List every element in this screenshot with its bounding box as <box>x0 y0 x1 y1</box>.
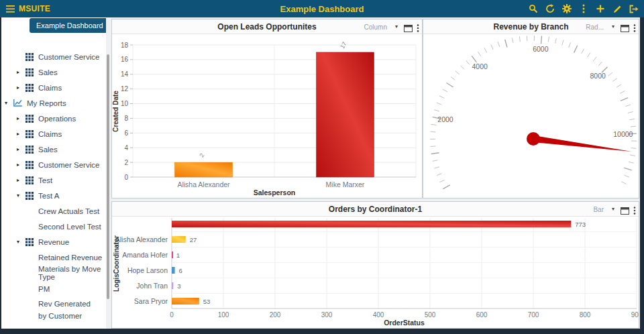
sidebar-item-sales[interactable]: ▸Sales <box>1 142 106 157</box>
panel-revenue-gauge: Revenue by Branch Rad... ▾ 2000400060008… <box>423 19 639 199</box>
chevron-down-icon[interactable]: ▾ <box>612 23 614 30</box>
sidebar-item-sales[interactable]: ▸Sales <box>1 64 106 80</box>
brand-label: MSUITE <box>19 4 50 13</box>
horizontal-bar[interactable] <box>172 252 173 258</box>
sidebar-item-test[interactable]: ▸Test <box>1 172 106 188</box>
y-tick-label: 0 <box>124 174 128 181</box>
sidebar-item-label: Crew Actuals Test <box>38 207 99 215</box>
caret-right-icon[interactable]: ▸ <box>17 177 25 183</box>
x-tick-label: 100 <box>218 311 229 319</box>
y-tick-label: 16 <box>121 56 129 63</box>
caret-down-icon[interactable]: ▾ <box>5 100 13 106</box>
sidebar-item-label: Sales <box>38 146 58 154</box>
sidebar-item-rev-generated-by-customer[interactable]: Rev Generated by Customer <box>1 296 106 325</box>
sidebar-item-pm[interactable]: PM <box>1 281 106 296</box>
y-axis-title: LogisCoordinator <box>113 235 120 292</box>
y-tick-label: 14 <box>121 70 129 78</box>
edit-icon[interactable] <box>612 5 622 13</box>
logout-icon[interactable] <box>629 5 639 13</box>
caret-right-icon[interactable]: ▸ <box>17 115 25 121</box>
chart-type-select[interactable]: Column <box>364 23 387 31</box>
report-grid-icon <box>25 115 34 123</box>
maximize-icon[interactable] <box>621 205 629 217</box>
y-tick-label: 4 <box>124 144 128 152</box>
report-grid-icon <box>25 68 34 76</box>
horizontal-bar[interactable] <box>172 298 199 304</box>
sidebar-item-customer-service[interactable]: ▸Customer Service <box>1 157 106 172</box>
y-tick-label: 6 <box>124 129 128 137</box>
caret-right-icon[interactable]: ▸ <box>17 69 25 75</box>
x-category-label: Alisha Alexander <box>177 180 230 188</box>
column-bar[interactable] <box>175 162 233 177</box>
data-label: 2 <box>198 152 205 158</box>
sidebar-scrollbar[interactable] <box>106 17 111 329</box>
sidebar-item-label: Test <box>38 176 52 184</box>
horizontal-bar[interactable] <box>172 267 175 274</box>
sidebar-item-crew-actuals-test[interactable]: Crew Actuals Test <box>1 203 106 219</box>
panel-open-leads-header: Open Leads Opportunites Column ▾ <box>112 19 422 34</box>
add-icon[interactable] <box>596 5 605 13</box>
caret-right-icon[interactable]: ▸ <box>17 131 25 137</box>
sidebar-item-claims[interactable]: ▸Claims <box>1 126 106 142</box>
caret-right-icon[interactable]: ▸ <box>17 146 25 152</box>
report-grid-icon <box>25 192 34 200</box>
kebab-menu-icon[interactable] <box>633 23 636 35</box>
sidebar-item-customer-service[interactable]: Customer Service <box>1 49 106 64</box>
maximize-icon[interactable] <box>621 23 629 35</box>
y-category-label: Hope Larson <box>127 266 168 274</box>
chart-type-select[interactable]: Rad... <box>586 23 604 31</box>
report-grid-icon <box>25 84 34 92</box>
data-label: 17 <box>339 41 348 50</box>
maximize-icon[interactable] <box>404 23 413 35</box>
sidebar-item-materials-by-move-type[interactable]: Materials by Move Type <box>1 265 106 281</box>
y-tick-label: 10 <box>121 100 129 107</box>
column-bar[interactable] <box>317 52 374 177</box>
sidebar-item-retained-revenue[interactable]: Retained Revenue <box>1 249 106 265</box>
caret-right-icon[interactable]: ▸ <box>17 162 25 168</box>
app-window: MSUITE Example Dashboard Example Dashboa… <box>0 0 644 334</box>
sidebar-selected-dashboard[interactable]: Example Dashboard <box>30 18 110 33</box>
hamburger-menu-icon[interactable] <box>5 5 15 13</box>
x-tick-label: 0 <box>170 311 174 319</box>
sidebar-item-claims[interactable]: ▸Claims <box>1 80 106 95</box>
panel-revenue-gauge-header: Revenue by Branch Rad... ▾ <box>423 19 639 34</box>
kebab-menu-icon[interactable] <box>417 23 419 35</box>
horizontal-bar[interactable] <box>172 236 186 243</box>
sidebar-item-label: Operations <box>38 115 76 123</box>
sidebar-item-my-reports[interactable]: ▾My Reports <box>1 95 106 111</box>
sidebar-item-label: Posted Rev by RC <box>38 328 102 329</box>
chart-type-select[interactable]: Bar <box>593 206 604 213</box>
bar-chart: 0100200300400500600700800900773Alisha Al… <box>112 217 639 331</box>
y-tick-label: 18 <box>121 42 129 49</box>
refresh-icon[interactable] <box>545 5 555 13</box>
kebab-menu-icon[interactable] <box>633 205 636 217</box>
line-chart-icon <box>13 99 22 107</box>
y-category-label: Alisha Alexander <box>115 235 168 243</box>
sidebar-item-second-level-test[interactable]: Second Level Test <box>1 219 106 234</box>
chevron-down-icon[interactable]: ▾ <box>612 206 614 212</box>
x-tick-label: 800 <box>580 311 591 319</box>
sidebar-scrollbar-thumb[interactable] <box>107 54 109 299</box>
sidebar-item-label: Sales <box>38 68 58 76</box>
sidebar-item-test-a[interactable]: ▾Test A <box>1 188 106 203</box>
gauge-needle-pivot <box>527 132 540 146</box>
panel-orders-bar-header: Orders by Coordinator-1 Bar ▾ <box>112 202 639 217</box>
horizontal-bar[interactable] <box>172 221 571 227</box>
caret-down-icon[interactable]: ▾ <box>17 192 25 199</box>
report-grid-icon <box>25 176 34 184</box>
horizontal-bar[interactable] <box>172 282 173 289</box>
sidebar-item-label: Second Level Test <box>38 223 101 231</box>
chevron-down-icon[interactable]: ▾ <box>395 23 398 30</box>
sidebar-item-revenue[interactable]: ▾Revenue <box>1 234 106 249</box>
sidebar-item-posted-rev-by-rc[interactable]: Posted Rev by RC <box>1 325 106 329</box>
brand[interactable]: MSUITE <box>5 4 50 13</box>
sidebar-item-operations[interactable]: ▸Operations <box>1 111 106 126</box>
settings-icon[interactable] <box>562 5 572 13</box>
search-icon[interactable] <box>529 5 538 13</box>
y-tick-label: 8 <box>124 115 128 122</box>
gauge-scale-label: 8000 <box>590 72 606 80</box>
gauge-scale-label: 4000 <box>472 62 488 70</box>
caret-down-icon[interactable]: ▾ <box>17 239 25 245</box>
more-icon[interactable] <box>579 5 588 13</box>
caret-right-icon[interactable]: ▸ <box>17 85 25 91</box>
